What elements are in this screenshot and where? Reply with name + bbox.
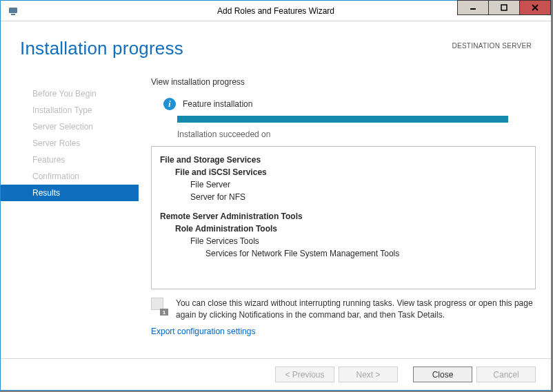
body: Before You Begin Installation Type Serve… [1,66,551,352]
info-icon: i [163,98,176,110]
svg-rect-3 [501,5,507,10]
tree-item: Remote Server Administration Tools [160,210,527,223]
close-button[interactable] [519,0,551,15]
notification-flag-icon: 1 [151,298,170,316]
tree-item: File and Storage Services [160,154,527,166]
cancel-button: Cancel [476,367,536,382]
next-button: Next > [339,367,398,382]
note-text: You can close this wizard without interr… [176,298,536,321]
tree-item: Server for NFS [160,191,527,203]
info-row: i Feature installation [151,98,536,110]
sidebar-item-installation-type: Installation Type [1,102,139,118]
svg-rect-1 [11,14,15,15]
tree-item: File Services Tools [160,235,527,247]
tree-item: Role Administration Tools [160,223,527,235]
content-area: Installation progress DESTINATION SERVER… [1,21,551,390]
svg-rect-0 [9,8,17,13]
export-configuration-link[interactable]: Export configuration settings [151,327,536,336]
footer-buttons: < Previous Next > Close Cancel [1,358,551,390]
status-text: Installation succeeded on [151,130,536,139]
app-icon [6,4,20,18]
tree-item: Services for Network File System Managem… [160,247,527,260]
window-controls [458,0,551,15]
tree-item: File and iSCSI Services [160,166,527,178]
installed-features-list[interactable]: File and Storage Services File and iSCSI… [151,146,536,289]
maximize-button[interactable] [488,0,520,15]
header: Installation progress DESTINATION SERVER [1,21,551,66]
sidebar-item-confirmation: Confirmation [1,168,139,185]
sidebar-item-features: Features [1,152,139,168]
sidebar-item-results[interactable]: Results [1,185,139,201]
sidebar-item-server-roles: Server Roles [1,135,139,152]
minimize-button[interactable] [457,0,489,15]
destination-server-label: DESTINATION SERVER [452,42,532,50]
note-row: 1 You can close this wizard without inte… [151,298,536,327]
main-panel: View installation progress i Feature ins… [139,66,551,352]
wizard-steps-sidebar: Before You Begin Installation Type Serve… [1,66,139,352]
tree-item: File Server [160,178,527,191]
previous-button: < Previous [275,367,334,382]
sidebar-item-server-selection: Server Selection [1,118,139,135]
view-progress-label: View installation progress [151,77,536,87]
feature-installation-label: Feature installation [183,99,252,109]
progress-bar [177,116,508,123]
close-wizard-button[interactable]: Close [413,367,472,382]
titlebar: Add Roles and Features Wizard [1,1,551,21]
sidebar-item-before-you-begin: Before You Begin [1,85,139,102]
wizard-window: Add Roles and Features Wizard Installati… [0,0,552,391]
